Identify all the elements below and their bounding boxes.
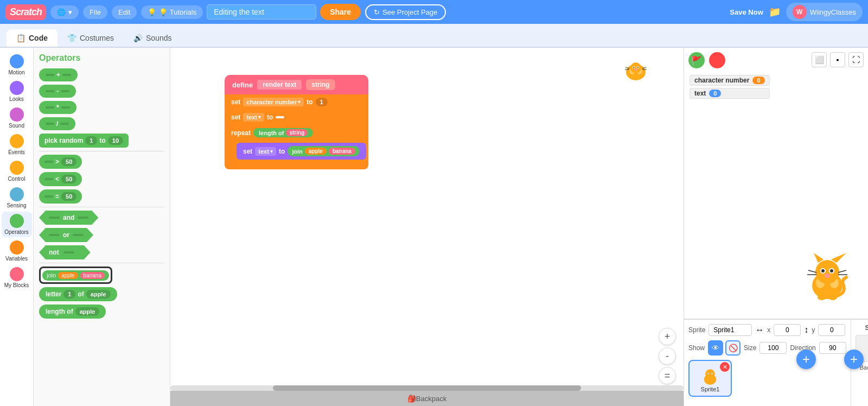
sprite-delete-btn[interactable]: ✕ [720, 362, 730, 372]
join-right[interactable]: banana [80, 272, 105, 279]
divide-block[interactable]: / [39, 117, 75, 130]
sidebar-item-sound[interactable]: Sound [2, 105, 32, 131]
set-character-block[interactable]: set character number ▾ to 1 [225, 94, 368, 110]
sub-right[interactable] [61, 90, 69, 92]
eq-left[interactable] [44, 195, 53, 198]
subtract-block[interactable]: - [39, 85, 76, 98]
less-block[interactable]: < 50 [39, 172, 82, 186]
sprite-direction-input[interactable] [819, 342, 846, 354]
define-block[interactable]: define render text string [225, 75, 368, 94]
letter-word[interactable]: apple [86, 290, 111, 299]
eq-right[interactable]: 50 [61, 192, 76, 201]
sprite-size-input[interactable] [760, 342, 787, 354]
green-flag-btn[interactable]: 🚩 [688, 52, 705, 68]
show-visible-btn[interactable]: 👁 [708, 340, 723, 356]
not-input[interactable] [63, 251, 74, 253]
share-btn[interactable]: Share [320, 4, 361, 20]
char-num-var[interactable]: character number ▾ [243, 98, 304, 106]
letter-of-block[interactable]: letter 1 of apple [39, 287, 117, 301]
gt-right[interactable]: 50 [61, 157, 76, 166]
globe-btn[interactable]: 🌐 ▾ [50, 5, 79, 19]
join-block[interactable]: join apple banana [42, 270, 109, 281]
add-block[interactable]: + [39, 68, 78, 81]
div-right[interactable] [60, 123, 69, 125]
save-now-btn[interactable]: Save Now [730, 8, 763, 16]
sidebar-item-motion[interactable]: Motion [2, 52, 32, 78]
letter-num[interactable]: 1 [63, 290, 75, 299]
zoom-reset-btn[interactable]: = [659, 367, 676, 384]
lt-right[interactable]: 50 [61, 175, 76, 183]
pick-to[interactable]: 10 [108, 136, 123, 145]
user-badge[interactable]: W WiingyClasses [786, 3, 863, 21]
stage-fullscreen-btn[interactable]: ⛶ [848, 52, 864, 67]
mul-right[interactable] [61, 106, 70, 109]
inner-text-var[interactable]: text ▾ [255, 147, 276, 156]
gt-left[interactable] [44, 161, 53, 163]
mul-left[interactable] [46, 106, 54, 109]
or-block[interactable]: or [39, 228, 93, 242]
greater-block[interactable]: > 50 [39, 155, 82, 169]
and-left[interactable] [49, 217, 60, 219]
workspace-scrollbar[interactable] [170, 385, 684, 391]
length-oval[interactable]: length of string [253, 128, 313, 137]
scratch-logo[interactable]: Scratch [5, 4, 46, 20]
file-btn[interactable]: File [83, 5, 107, 19]
sidebar-item-events[interactable]: Events [2, 132, 32, 157]
repeat-block[interactable]: repeat length of string set text ▾ to [225, 125, 368, 169]
pick-from[interactable]: 1 [85, 136, 97, 145]
see-project-btn[interactable]: ↻ See Project Page [365, 4, 446, 20]
join-banana[interactable]: banana [329, 148, 355, 155]
join-left[interactable]: apple [58, 272, 78, 279]
join-in-block[interactable]: join apple banana [288, 146, 360, 156]
tab-costumes[interactable]: 👕 Costumes [58, 29, 124, 47]
sidebar-item-myblocks[interactable]: My Blocks [2, 265, 32, 290]
or-left[interactable] [49, 234, 60, 236]
project-name-input[interactable] [207, 5, 316, 19]
folder-icon[interactable]: 📁 [769, 6, 781, 18]
sidebar-item-operators[interactable]: Operators [2, 212, 32, 237]
show-hidden-btn[interactable]: 🚫 [725, 340, 741, 356]
stop-btn[interactable] [709, 52, 725, 68]
set-text-block[interactable]: set text ▾ to [225, 110, 368, 125]
add-backdrop-btn[interactable]: + [844, 350, 864, 369]
inner-set-block[interactable]: set text ▾ to join apple banana [237, 143, 366, 160]
tutorials-btn[interactable]: 💡 💡 Tutorials [141, 5, 203, 19]
char-num-val[interactable]: 1 [316, 98, 328, 106]
add-left[interactable] [46, 74, 54, 76]
zoom-in-btn[interactable]: + [659, 328, 676, 345]
tab-code[interactable]: 📋 Code [7, 29, 58, 47]
tab-sounds[interactable]: 🔊 Sounds [124, 29, 181, 47]
lt-left[interactable] [44, 178, 53, 180]
not-block[interactable]: not [39, 245, 91, 259]
multiply-block[interactable]: * [39, 101, 76, 114]
sprite-x-input[interactable] [774, 324, 801, 336]
workspace-scrollbar-thumb[interactable] [273, 385, 581, 391]
or-right[interactable] [73, 234, 84, 236]
stage-small-btn[interactable]: ▪ [830, 52, 845, 67]
edit-btn[interactable]: Edit [112, 5, 137, 19]
sidebar-item-looks[interactable]: Looks [2, 79, 32, 104]
workspace[interactable]: define render text string set character … [170, 48, 684, 406]
add-sprite-btn[interactable]: + [796, 350, 816, 369]
div-left[interactable] [46, 123, 54, 125]
add-right[interactable] [62, 74, 71, 76]
zoom-out-btn[interactable]: - [659, 347, 676, 365]
length-word[interactable]: apple [75, 307, 100, 316]
sprite-y-input[interactable] [818, 324, 845, 336]
and-right[interactable] [78, 217, 88, 219]
sidebar-item-control[interactable]: Control [2, 158, 32, 184]
define-arg[interactable]: string [306, 79, 335, 90]
sprite-thumb-sprite1[interactable]: ✕ Sprite1 [688, 360, 732, 397]
pick-random-block[interactable]: pick random 1 to 10 [39, 134, 129, 148]
stage-normal-btn[interactable]: ⬜ [812, 52, 827, 67]
sub-left[interactable] [46, 90, 54, 92]
sidebar-item-sensing[interactable]: Sensing [2, 185, 32, 211]
join-apple[interactable]: apple [305, 148, 327, 155]
sidebar-item-variables[interactable]: Variables [2, 238, 32, 264]
equals-block[interactable]: = 50 [39, 189, 82, 204]
backpack-bar[interactable]: 🎒 Backpack [170, 391, 684, 406]
text-empty-val[interactable] [276, 116, 284, 118]
repeat-header[interactable]: repeat length of string [225, 125, 368, 141]
sprite-name-input[interactable] [709, 324, 752, 336]
text-var[interactable]: text ▾ [243, 113, 264, 122]
